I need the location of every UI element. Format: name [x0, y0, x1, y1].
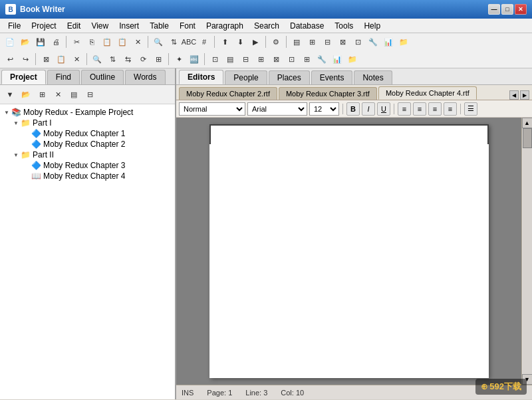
paste-button[interactable]: 📋 [100, 35, 114, 49]
align-right-button[interactable]: ≡ [428, 102, 442, 116]
spell-button[interactable]: ABC [182, 35, 196, 49]
tree-chapter-4[interactable]: 📖 Moby Redux Chapter 4 [3, 171, 172, 181]
tab-places[interactable]: Places [269, 70, 310, 84]
settings-button[interactable]: ⚙ [269, 35, 283, 49]
tb2-8[interactable]: ⊞ [151, 52, 166, 66]
editor-tab-ch2[interactable]: Moby Redux Chapter 2.rtf [179, 87, 277, 100]
minimize-button[interactable]: — [488, 4, 500, 15]
tb2-6[interactable]: ⇆ [120, 52, 135, 66]
menu-file[interactable]: File [3, 20, 26, 32]
menu-font[interactable]: Font [174, 20, 201, 32]
scroll-track[interactable] [523, 128, 532, 374]
close-button[interactable]: ✕ [515, 4, 527, 15]
tab-events[interactable]: Events [311, 70, 353, 84]
tb2-19[interactable]: 📊 [330, 52, 344, 66]
open-button[interactable]: 📂 [18, 35, 33, 49]
word-count-button[interactable]: # [197, 35, 211, 49]
tab-scroll-right[interactable]: ▶ [520, 90, 529, 100]
tb-extra-6[interactable]: 🔧 [366, 35, 380, 49]
sort-button[interactable]: ⇅ [166, 35, 181, 49]
tb2-4[interactable]: 🔍 [90, 52, 104, 66]
menu-paragraph[interactable]: Paragraph [201, 20, 249, 32]
menu-project[interactable]: Project [26, 20, 61, 32]
project-tb-3[interactable]: ✕ [51, 87, 65, 102]
scroll-up-button[interactable]: ▲ [522, 118, 533, 128]
tab-people[interactable]: People [225, 70, 267, 84]
tb2-2[interactable]: 📋 [54, 52, 68, 66]
line-spacing-button[interactable]: ☰ [464, 102, 477, 116]
tb-extra-1[interactable]: ▤ [289, 35, 304, 49]
tree-chapter-3[interactable]: 🔷 Moby Redux Chapter 3 [3, 160, 172, 171]
tb-extra-2[interactable]: ⊞ [305, 35, 319, 49]
paste-special-button[interactable]: 📋 [115, 35, 130, 49]
tree-chapter-1[interactable]: 🔷 Moby Redux Chapter 1 [3, 128, 172, 139]
menu-database[interactable]: Database [285, 20, 329, 32]
menu-view[interactable]: View [86, 20, 114, 32]
tree-part-1[interactable]: ▼ 📁 Part I [3, 118, 172, 128]
tab-words[interactable]: Words [125, 70, 165, 84]
tb2-14[interactable]: ⊞ [253, 52, 268, 66]
new-button[interactable]: 📄 [3, 35, 17, 49]
menu-tools[interactable]: Tools [329, 20, 358, 32]
menu-insert[interactable]: Insert [114, 20, 144, 32]
copy-button[interactable]: ⎘ [84, 35, 99, 49]
tb2-13[interactable]: ⊟ [238, 52, 253, 66]
tb2-18[interactable]: 🔧 [315, 52, 329, 66]
underline-button[interactable]: U [377, 102, 390, 116]
project-tb-1[interactable]: 📂 [19, 87, 33, 102]
bold-button[interactable]: B [346, 102, 360, 116]
tab-editors[interactable]: Editors [179, 70, 223, 84]
tb2-5[interactable]: ⇅ [105, 52, 120, 66]
tb2-12[interactable]: ▤ [223, 52, 237, 66]
redo-button[interactable]: ↪ [18, 52, 33, 66]
undo-button[interactable]: ↩ [3, 52, 17, 66]
project-tb-4[interactable]: ▤ [66, 87, 81, 102]
tb2-16[interactable]: ⊡ [284, 52, 299, 66]
menu-search[interactable]: Search [249, 20, 285, 32]
project-tb-5[interactable]: ⊟ [82, 87, 97, 102]
tb-extra-5[interactable]: ⊡ [350, 35, 365, 49]
project-tb-2[interactable]: ⊞ [35, 87, 49, 102]
publish-button[interactable]: ▶ [248, 35, 263, 49]
tab-notes[interactable]: Notes [354, 70, 392, 84]
menu-help[interactable]: Help [358, 20, 386, 32]
export-button[interactable]: ⬆ [217, 35, 232, 49]
tb2-9[interactable]: ✦ [172, 52, 186, 66]
find-button[interactable]: 🔍 [151, 35, 166, 49]
menu-edit[interactable]: Edit [62, 20, 86, 32]
align-center-button[interactable]: ≡ [413, 102, 426, 116]
tb2-15[interactable]: ⊠ [269, 52, 283, 66]
print-button[interactable]: 🖨 [49, 35, 63, 49]
tb2-20[interactable]: 📁 [345, 52, 360, 66]
tree-chapter-2[interactable]: 🔷 Moby Redux Chapter 2 [3, 139, 172, 150]
maximize-button[interactable]: □ [501, 4, 513, 15]
menu-table[interactable]: Table [144, 20, 174, 32]
tb2-7[interactable]: ⟳ [136, 52, 150, 66]
tb-extra-3[interactable]: ⊟ [320, 35, 334, 49]
editor-area[interactable] [176, 118, 521, 385]
delete-button[interactable]: ✕ [130, 35, 145, 49]
import-button[interactable]: ⬇ [233, 35, 247, 49]
tb2-3[interactable]: ✕ [69, 52, 84, 66]
scroll-thumb[interactable] [523, 128, 532, 148]
editor-tab-ch4[interactable]: Moby Redux Chapter 4.rtf [378, 86, 477, 100]
align-left-button[interactable]: ≡ [398, 102, 411, 116]
style-select[interactable]: Normal Heading 1 Heading 2 Heading 3 [179, 102, 245, 116]
tb2-17[interactable]: ⊞ [299, 52, 314, 66]
tree-part-2[interactable]: ▼ 📁 Part II [3, 150, 172, 160]
tab-find[interactable]: Find [47, 70, 80, 84]
save-button[interactable]: 💾 [33, 35, 48, 49]
tb2-11[interactable]: ⊡ [207, 52, 222, 66]
tree-root[interactable]: ▼ 📚 Moby Redux - Example Project [3, 107, 172, 118]
cut-button[interactable]: ✂ [69, 35, 84, 49]
tb-extra-7[interactable]: 📊 [381, 35, 396, 49]
align-justify-button[interactable]: ≡ [444, 102, 457, 116]
editor-tab-ch3[interactable]: Moby Redux Chapter 3.rtf [279, 87, 377, 100]
tb-extra-4[interactable]: ⊠ [335, 35, 350, 49]
tab-outline[interactable]: Outline [81, 70, 124, 84]
font-select[interactable]: Arial Times New Roman Courier New [247, 102, 307, 116]
size-select[interactable]: 8910 111214 161824 [309, 102, 339, 116]
tb2-10[interactable]: 🔤 [187, 52, 201, 66]
tb-extra-8[interactable]: 📁 [396, 35, 411, 49]
tab-scroll-left[interactable]: ◀ [509, 90, 519, 100]
